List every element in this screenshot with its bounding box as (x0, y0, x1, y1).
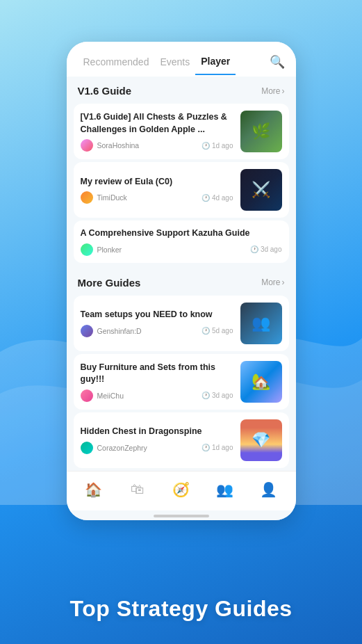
section-title-v16: V1.6 Guide (78, 85, 132, 97)
more-link-more[interactable]: More › (261, 277, 284, 287)
guide-info-2: My review of Eula (C0) TimiDuck 🕐 4d ago (81, 176, 233, 204)
guide-title-4: Team setups you NEED to know (81, 309, 233, 321)
time-meta-2: 🕐 4d ago (201, 194, 233, 202)
section-title-more: More Guides (78, 277, 141, 289)
guide-meta-2: TimiDuck 🕐 4d ago (81, 191, 233, 204)
guide-meta-3: Plonker 🕐 3d ago (81, 243, 282, 256)
more-link-v16[interactable]: More › (261, 86, 284, 96)
guide-item-3[interactable]: A Comprehensive Support Kazuha Guide Plo… (74, 220, 289, 263)
explore-icon: 🧭 (172, 481, 189, 498)
username-4: Genshinfan:D (97, 327, 142, 335)
clock-icon-2: 🕐 (201, 194, 210, 202)
time-meta-1: 🕐 1d ago (201, 142, 233, 150)
thumbnail-6: 💎 (240, 419, 282, 461)
phone-frame: Recommended Events Player 🔍 V1.6 Guide M… (67, 42, 296, 520)
profile-icon: 👤 (260, 481, 277, 498)
tab-events[interactable]: Events (154, 56, 195, 74)
guide-title-2: My review of Eula (C0) (81, 176, 233, 188)
home-bar (154, 515, 209, 517)
avatar-2 (81, 191, 93, 204)
avatar-4 (81, 325, 93, 337)
username-2: TimiDuck (97, 193, 127, 202)
home-indicator (67, 510, 296, 520)
home-icon: 🏠 (85, 481, 102, 498)
nav-explore[interactable]: 🧭 (167, 478, 195, 501)
guide-meta-1: SoraHoshina 🕐 1d ago (81, 139, 233, 152)
thumbnail-2: ⚔️ (240, 169, 282, 211)
avatar-5 (81, 389, 93, 402)
tab-player[interactable]: Player (195, 56, 236, 75)
guide-title-5: Buy Furniture and Sets from this guy!!! (81, 362, 233, 386)
guide-info-1: [V1.6 Guide] All Chests & Puzzles & Chal… (81, 111, 233, 152)
shop-icon: 🛍 (129, 481, 146, 498)
avatar-3 (81, 243, 93, 256)
guide-title-6: Hidden Chest in Dragonspine (81, 426, 233, 438)
clock-icon-5: 🕐 (201, 392, 210, 399)
thumbnail-4: 👥 (240, 303, 282, 344)
guide-info-5: Buy Furniture and Sets from this guy!!! … (81, 362, 233, 402)
thumbnail-5: 🏡 (240, 361, 282, 403)
guide-info-4: Team setups you NEED to know Genshinfan:… (81, 309, 233, 337)
community-icon: 👥 (216, 481, 233, 498)
clock-icon-6: 🕐 (201, 444, 210, 451)
bottom-navigation: 🏠 🛍 🧭 👥 👤 (67, 471, 296, 510)
guide-title-1: [V1.6 Guide] All Chests & Puzzles & Chal… (81, 111, 233, 136)
nav-home[interactable]: 🏠 (80, 478, 108, 501)
search-icon[interactable]: 🔍 (270, 54, 285, 77)
clock-icon-1: 🕐 (201, 142, 210, 150)
bottom-tagline: Top Strategy Guides (0, 596, 362, 622)
section-header-v16: V1.6 Guide More › (67, 77, 296, 101)
time-meta-4: 🕐 5d ago (201, 327, 233, 335)
username-1: SoraHoshina (97, 141, 140, 150)
guide-info-6: Hidden Chest in Dragonspine CorazonZephr… (81, 426, 233, 454)
guide-item-4[interactable]: Team setups you NEED to know Genshinfan:… (74, 296, 289, 351)
tab-recommended[interactable]: Recommended (78, 56, 155, 74)
guide-meta-4: Genshinfan:D 🕐 5d ago (81, 325, 233, 337)
time-meta-5: 🕐 3d ago (201, 392, 233, 399)
guide-item-2[interactable]: My review of Eula (C0) TimiDuck 🕐 4d ago… (74, 162, 289, 218)
guide-item-6[interactable]: Hidden Chest in Dragonspine CorazonZephr… (74, 412, 289, 468)
username-5: MeiiChu (97, 392, 124, 400)
clock-icon-4: 🕐 (201, 327, 210, 335)
guide-item-5[interactable]: Buy Furniture and Sets from this guy!!! … (74, 354, 289, 410)
nav-profile[interactable]: 👤 (254, 478, 282, 501)
guide-meta-5: MeiiChu 🕐 3d ago (81, 389, 233, 402)
scroll-content: V1.6 Guide More › [V1.6 Guide] All Chest… (67, 77, 296, 471)
clock-icon-3: 🕐 (250, 245, 258, 253)
section-header-more: More Guides More › (67, 268, 296, 293)
avatar-1 (81, 139, 93, 152)
guide-meta-6: CorazonZephry 🕐 1d ago (81, 442, 233, 454)
nav-shop[interactable]: 🛍 (124, 478, 151, 501)
top-navigation: Recommended Events Player 🔍 (67, 42, 296, 77)
username-6: CorazonZephry (97, 444, 147, 452)
guide-title-3: A Comprehensive Support Kazuha Guide (81, 227, 282, 240)
avatar-6 (81, 442, 93, 454)
time-meta-6: 🕐 1d ago (201, 444, 233, 451)
time-meta-3: 🕐 3d ago (250, 245, 282, 253)
username-3: Plonker (97, 245, 122, 254)
thumbnail-1: 🌿 (240, 111, 282, 152)
guide-item-1[interactable]: [V1.6 Guide] All Chests & Puzzles & Chal… (74, 104, 289, 159)
nav-community[interactable]: 👥 (211, 478, 238, 501)
